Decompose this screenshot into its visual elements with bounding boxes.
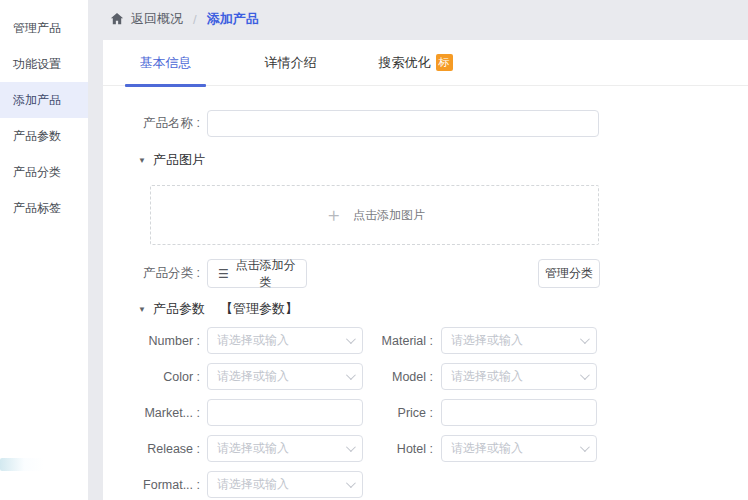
param-release-placeholder: 请选择或输入 <box>217 440 346 457</box>
param-number-select[interactable]: 请选择或输入 <box>207 327 363 354</box>
help-widget-fragment <box>0 458 44 471</box>
add-category-button[interactable]: ☰ 点击添加分类 <box>207 259 307 288</box>
param-market-label: Market... : <box>103 406 200 420</box>
tab-basic-info-label: 基本信息 <box>140 54 192 72</box>
breadcrumb: 返回概况 / 添加产品 <box>88 0 748 38</box>
params-row: Release : 请选择或输入 Hotel : 请选择或输入 <box>103 435 600 462</box>
param-color-label: Color : <box>103 370 200 384</box>
upload-hint: 点击添加图片 <box>353 207 425 224</box>
params-section-title: 产品参数 <box>153 300 205 318</box>
chevron-down-icon <box>346 334 356 344</box>
param-release-select[interactable]: 请选择或输入 <box>207 435 363 462</box>
param-model-label: Model : <box>363 370 433 384</box>
image-upload-dropzone[interactable]: ＋ 点击添加图片 <box>150 185 599 245</box>
sidebar-item-manage-products[interactable]: 管理产品 <box>0 10 88 46</box>
tab-details-label: 详情介绍 <box>265 54 317 72</box>
images-section-title: 产品图片 <box>153 151 205 169</box>
caret-down-icon: ▼ <box>138 156 146 165</box>
manage-params-link[interactable]: 【管理参数】 <box>220 300 298 318</box>
product-name-label: 产品名称 : <box>103 115 200 132</box>
tab-bar: 基本信息 详情介绍 搜索优化 标 <box>103 40 748 86</box>
chevron-down-icon <box>580 370 590 380</box>
sidebar-item-product-params[interactable]: 产品参数 <box>0 118 88 154</box>
param-format-placeholder: 请选择或输入 <box>217 476 346 493</box>
param-model-select[interactable]: 请选择或输入 <box>441 363 597 390</box>
product-name-row: 产品名称 : <box>103 110 600 137</box>
chevron-down-icon <box>580 442 590 452</box>
chevron-down-icon <box>346 442 356 452</box>
manage-categories-button[interactable]: 管理分类 <box>538 259 600 288</box>
sidebar: 管理产品 功能设置 添加产品 产品参数 产品分类 产品标签 <box>0 0 88 500</box>
param-material-placeholder: 请选择或输入 <box>451 332 580 349</box>
category-label: 产品分类 : <box>103 265 200 282</box>
param-color-placeholder: 请选择或输入 <box>217 368 346 385</box>
product-form: 产品名称 : ▼ 产品图片 ＋ 点击添加图片 产品分类 : ☰ 点击添加分类 管… <box>103 86 600 498</box>
category-row: 产品分类 : ☰ 点击添加分类 管理分类 <box>103 259 600 288</box>
sidebar-item-product-categories[interactable]: 产品分类 <box>0 154 88 190</box>
product-name-input[interactable] <box>207 110 599 137</box>
sidebar-item-product-tags[interactable]: 产品标签 <box>0 190 88 226</box>
list-icon: ☰ <box>218 267 229 281</box>
param-material-label: Material : <box>363 334 433 348</box>
breadcrumb-current: 添加产品 <box>207 10 259 28</box>
tab-search-optimization-label: 搜索优化 <box>379 54 431 72</box>
chevron-down-icon <box>346 478 356 488</box>
active-tab-underline <box>125 84 206 87</box>
param-market-input[interactable] <box>207 399 363 426</box>
tab-search-optimization[interactable]: 搜索优化 标 <box>375 40 456 86</box>
tab-details[interactable]: 详情介绍 <box>250 40 331 86</box>
params-row: Number : 请选择或输入 Material : 请选择或输入 <box>103 327 600 354</box>
images-section-header[interactable]: ▼ 产品图片 <box>138 151 600 169</box>
param-hotel-placeholder: 请选择或输入 <box>451 440 580 457</box>
home-icon[interactable] <box>110 12 124 26</box>
manage-categories-button-label: 管理分类 <box>545 265 593 282</box>
param-number-placeholder: 请选择或输入 <box>217 332 346 349</box>
param-number-label: Number : <box>103 334 200 348</box>
chevron-down-icon <box>580 334 590 344</box>
params-row: Color : 请选择或输入 Model : 请选择或输入 <box>103 363 600 390</box>
param-price-input[interactable] <box>441 399 597 426</box>
sidebar-item-add-product[interactable]: 添加产品 <box>0 82 88 118</box>
params-grid: Number : 请选择或输入 Material : 请选择或输入 Color … <box>103 327 600 498</box>
param-format-select[interactable]: 请选择或输入 <box>207 471 363 498</box>
param-model-placeholder: 请选择或输入 <box>451 368 580 385</box>
tab-basic-info[interactable]: 基本信息 <box>125 40 206 86</box>
chevron-down-icon <box>346 370 356 380</box>
param-material-select[interactable]: 请选择或输入 <box>441 327 597 354</box>
add-category-button-label: 点击添加分类 <box>235 257 296 291</box>
params-section-header[interactable]: ▼ 产品参数 【管理参数】 <box>138 300 600 318</box>
content-panel: 基本信息 详情介绍 搜索优化 标 产品名称 : ▼ 产品图片 ＋ 点击添加图片 … <box>103 40 748 500</box>
param-color-select[interactable]: 请选择或输入 <box>207 363 363 390</box>
breadcrumb-back[interactable]: 返回概况 <box>131 10 183 28</box>
seo-badge: 标 <box>436 54 453 71</box>
param-release-label: Release : <box>103 442 200 456</box>
plus-icon: ＋ <box>324 202 343 228</box>
params-row: Format... : 请选择或输入 <box>103 471 600 498</box>
param-hotel-label: Hotel : <box>363 442 433 456</box>
params-row: Market... : Price : <box>103 399 600 426</box>
breadcrumb-separator: / <box>190 12 200 27</box>
param-hotel-select[interactable]: 请选择或输入 <box>441 435 597 462</box>
param-format-label: Format... : <box>103 478 200 492</box>
sidebar-item-function-settings[interactable]: 功能设置 <box>0 46 88 82</box>
caret-down-icon: ▼ <box>138 305 146 314</box>
param-price-label: Price : <box>363 406 433 420</box>
